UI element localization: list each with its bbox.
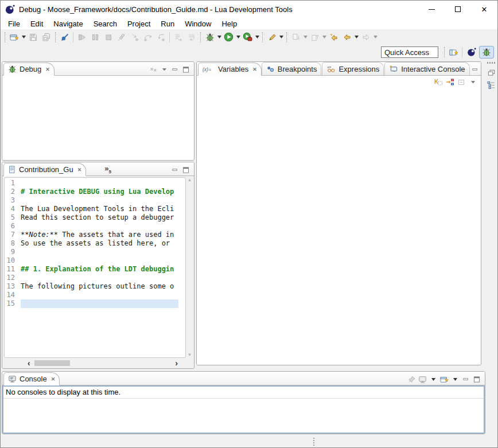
lua-perspective-button[interactable] (464, 46, 479, 59)
editor-line-10[interactable]: 10 (5, 256, 185, 265)
console-content[interactable]: No consoles to display at this time. (2, 385, 485, 434)
restore-view-button[interactable] (487, 68, 496, 76)
editor-line-11[interactable]: 11## 1. Explanation of the LDT debuggin (5, 265, 185, 274)
run-button[interactable] (222, 31, 235, 44)
status-bar-handle[interactable] (313, 438, 314, 439)
editor-vertical-scrollbar[interactable]: ▲ ▼ (186, 178, 193, 357)
tab-breakpoints[interactable]: Breakpoints (262, 62, 322, 75)
back-dropdown[interactable] (353, 31, 359, 44)
new-wizard-dropdown[interactable] (21, 31, 26, 44)
maximize-view-button[interactable] (181, 65, 190, 73)
show-logical-structure-button[interactable] (445, 78, 454, 86)
scroll-down-icon[interactable]: ▼ (188, 353, 192, 357)
open-element-pen-button[interactable] (265, 31, 278, 44)
debug-button[interactable] (203, 31, 216, 44)
scroll-up-icon[interactable]: ▲ (188, 178, 192, 182)
display-selected-console-button[interactable] (418, 375, 427, 383)
pin-console-button[interactable] (407, 375, 416, 383)
outline-view-button[interactable] (487, 81, 496, 89)
next-annotation-button[interactable] (289, 31, 302, 44)
tab-variables[interactable]: (x)= Variables ✕ (198, 63, 262, 76)
display-console-dropdown[interactable] (429, 375, 438, 383)
close-window-button[interactable]: ✕ (471, 1, 497, 18)
open-perspective-button[interactable] (447, 46, 460, 59)
editor-list-chevron[interactable]: »5 (104, 164, 111, 174)
view-menu-button[interactable] (468, 78, 477, 86)
forward-dropdown[interactable] (372, 31, 378, 44)
use-step-filters-button[interactable] (185, 31, 198, 44)
menu-item-window[interactable]: Window (180, 20, 216, 28)
terminate-button[interactable] (102, 31, 115, 44)
editor-line-13[interactable]: 13The following pictures outline some o (5, 282, 185, 291)
debug-view-content[interactable] (2, 76, 194, 160)
skip-all-breakpoints-button[interactable] (58, 31, 71, 44)
close-tab-icon[interactable]: ✕ (44, 67, 50, 72)
minimize-view-button[interactable] (170, 166, 180, 174)
open-console-dropdown[interactable] (450, 375, 460, 383)
editor-line-12[interactable]: 12 (5, 274, 185, 282)
editor-line-1[interactable]: 1 (5, 179, 185, 188)
trim-handle[interactable] (487, 62, 495, 64)
editor-line-7[interactable]: 7**Note:** The assets that are used in (5, 231, 185, 239)
tab-contribution-guide[interactable]: Contribution_Gu ✕ (3, 163, 86, 176)
step-over-button[interactable] (141, 31, 154, 44)
run-dropdown[interactable] (235, 31, 241, 44)
step-return-button[interactable] (154, 31, 168, 44)
menu-item-project[interactable]: Project (122, 20, 155, 28)
close-tab-icon[interactable]: ✕ (50, 376, 56, 382)
editor-line-14[interactable]: 14 (5, 291, 185, 299)
menu-item-edit[interactable]: Edit (25, 20, 48, 28)
tab-expressions[interactable]: x= Expressions (322, 62, 384, 75)
maximize-view-button[interactable] (181, 166, 190, 174)
tab-console[interactable]: Console ✕ (3, 372, 60, 385)
scroll-left-icon[interactable]: ‹ (28, 359, 30, 368)
step-into-button[interactable] (128, 31, 141, 44)
editor-line-6[interactable]: 6 (5, 222, 185, 231)
quick-access-input[interactable]: Quick Access (381, 46, 438, 58)
editor-line-2[interactable]: 2# Interactive DEBUG using Lua Develop (5, 188, 185, 196)
next-annotation-dropdown[interactable] (302, 31, 308, 44)
new-wizard-button[interactable] (7, 31, 21, 44)
variables-view-content[interactable] (197, 88, 481, 365)
save-button[interactable] (26, 31, 40, 44)
view-menu-button[interactable] (159, 65, 169, 73)
menu-item-navigate[interactable]: Navigate (48, 20, 88, 28)
suspend-button[interactable] (88, 31, 102, 44)
editor-horizontal-scrollbar[interactable]: ‹ › (2, 358, 194, 368)
disconnect-button[interactable] (115, 31, 128, 44)
previous-annotation-dropdown[interactable] (321, 31, 327, 44)
last-edit-location-button[interactable] (327, 31, 340, 44)
editor-text-area[interactable]: 12# Interactive DEBUG using Lua Develop3… (4, 177, 186, 358)
remove-all-terminated-button[interactable] (149, 65, 158, 73)
scrollbar-thumb[interactable] (34, 360, 70, 366)
save-all-button[interactable] (40, 31, 53, 44)
tab-interactive-console[interactable]: Interactive Console (384, 62, 469, 75)
external-tools-button[interactable] (241, 31, 254, 44)
minimize-view-button[interactable] (461, 375, 470, 383)
editor-line-15[interactable]: 15 (5, 299, 185, 308)
drop-to-frame-button[interactable] (172, 31, 185, 44)
previous-annotation-button[interactable] (308, 31, 321, 44)
editor-line-8[interactable]: 8So use the assets as listed here, or (5, 239, 185, 248)
minimize-view-button[interactable] (170, 65, 180, 73)
close-tab-icon[interactable]: ✕ (251, 67, 257, 72)
minimize-window-button[interactable] (418, 1, 445, 18)
show-type-names-button[interactable]: K (434, 78, 443, 86)
editor-line-5[interactable]: 5Read this section to setup a debugger (5, 213, 185, 222)
scroll-right-icon[interactable]: › (175, 359, 178, 368)
editor-line-4[interactable]: 4The Lua Development Tools in the Ecli (5, 205, 185, 213)
open-console-button[interactable] (439, 375, 449, 383)
open-element-dropdown[interactable] (278, 31, 284, 44)
editor-line-3[interactable]: 3 (5, 196, 185, 205)
maximize-view-button[interactable] (472, 375, 481, 383)
debug-perspective-button[interactable] (479, 46, 494, 59)
menu-item-search[interactable]: Search (88, 20, 122, 28)
back-button[interactable] (340, 31, 353, 44)
forward-button[interactable] (359, 31, 372, 44)
tab-debug[interactable]: Debug ✕ (3, 63, 55, 76)
collapse-all-button[interactable] (457, 78, 466, 86)
close-tab-icon[interactable]: ✕ (76, 167, 82, 173)
menu-item-run[interactable]: Run (155, 20, 180, 28)
menu-item-help[interactable]: Help (216, 20, 242, 28)
external-tools-dropdown[interactable] (254, 31, 260, 44)
